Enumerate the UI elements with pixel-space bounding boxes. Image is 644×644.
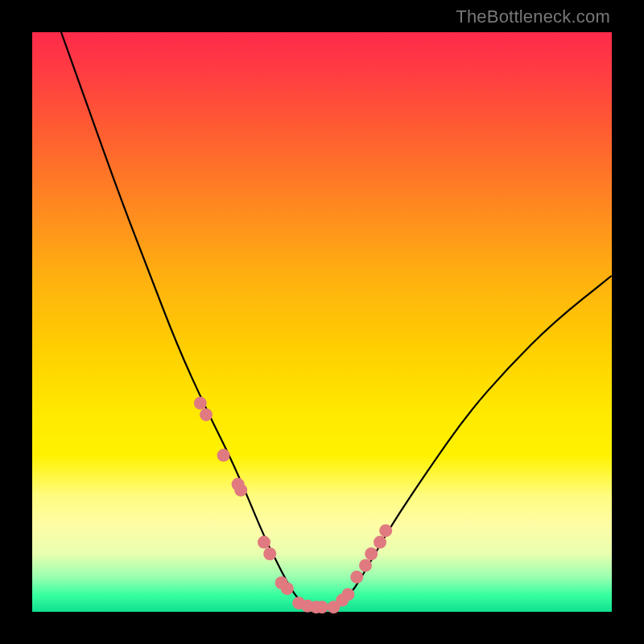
data-point <box>234 484 247 497</box>
chart-svg <box>32 32 612 612</box>
data-point <box>374 536 386 549</box>
data-point <box>258 536 270 549</box>
data-point <box>341 588 354 601</box>
data-point <box>379 524 392 537</box>
data-point <box>316 601 328 613</box>
watermark-text: TheBottleneck.com <box>456 6 610 27</box>
curve-path <box>61 32 612 609</box>
bottleneck-curve <box>61 32 612 609</box>
data-point <box>194 397 207 410</box>
scatter-group <box>194 397 392 613</box>
data-point <box>217 449 230 462</box>
data-point <box>281 582 294 595</box>
chart-frame: TheBottleneck.com <box>0 0 644 644</box>
data-point <box>350 571 363 584</box>
data-point <box>200 408 213 421</box>
data-point <box>359 559 372 572</box>
data-point <box>365 547 378 560</box>
data-point <box>263 547 276 560</box>
plot-area <box>32 32 612 612</box>
